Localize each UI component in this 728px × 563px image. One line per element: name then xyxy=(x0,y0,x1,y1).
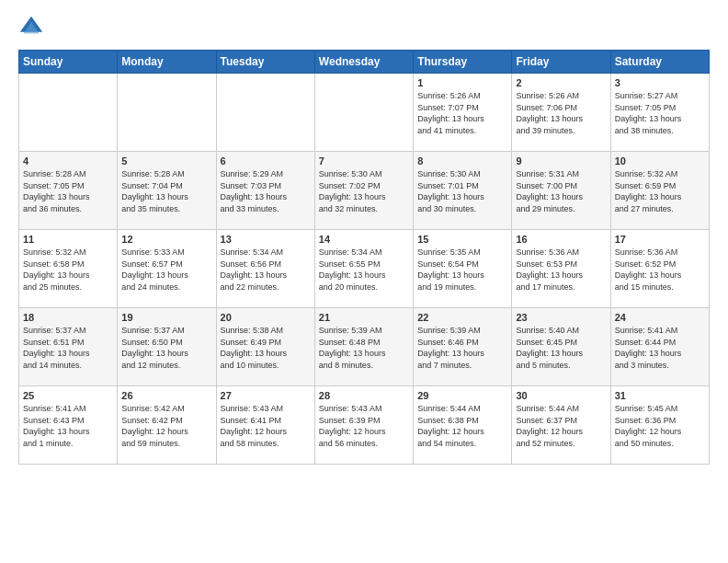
calendar-cell: 14Sunrise: 5:34 AM Sunset: 6:55 PM Dayli… xyxy=(314,230,413,308)
day-number: 9 xyxy=(516,155,606,167)
day-info: Sunrise: 5:28 AM Sunset: 7:04 PM Dayligh… xyxy=(121,168,211,214)
day-info: Sunrise: 5:35 AM Sunset: 6:54 PM Dayligh… xyxy=(417,247,507,293)
day-info: Sunrise: 5:36 AM Sunset: 6:52 PM Dayligh… xyxy=(615,247,705,293)
weekday-header-friday: Friday xyxy=(512,51,610,74)
calendar-cell: 27Sunrise: 5:43 AM Sunset: 6:41 PM Dayli… xyxy=(216,386,314,465)
weekday-header-thursday: Thursday xyxy=(414,51,512,74)
calendar-cell: 1Sunrise: 5:26 AM Sunset: 7:07 PM Daylig… xyxy=(414,74,512,152)
calendar-cell: 2Sunrise: 5:26 AM Sunset: 7:06 PM Daylig… xyxy=(512,74,610,152)
calendar-cell: 4Sunrise: 5:28 AM Sunset: 7:05 PM Daylig… xyxy=(19,152,118,230)
calendar-cell: 16Sunrise: 5:36 AM Sunset: 6:53 PM Dayli… xyxy=(512,230,610,308)
calendar-cell: 8Sunrise: 5:30 AM Sunset: 7:01 PM Daylig… xyxy=(414,152,512,230)
day-info: Sunrise: 5:34 AM Sunset: 6:56 PM Dayligh… xyxy=(221,247,311,293)
day-number: 15 xyxy=(417,234,507,245)
week-row-4: 25Sunrise: 5:41 AM Sunset: 6:43 PM Dayli… xyxy=(19,386,710,465)
day-info: Sunrise: 5:43 AM Sunset: 6:41 PM Dayligh… xyxy=(221,403,311,449)
day-number: 3 xyxy=(615,77,705,88)
day-info: Sunrise: 5:32 AM Sunset: 6:59 PM Dayligh… xyxy=(615,168,705,214)
day-number: 11 xyxy=(23,234,113,245)
day-number: 30 xyxy=(516,390,606,401)
day-number: 27 xyxy=(221,390,311,401)
logo xyxy=(18,15,48,40)
calendar-cell: 26Sunrise: 5:42 AM Sunset: 6:42 PM Dayli… xyxy=(118,386,216,465)
calendar-cell: 20Sunrise: 5:38 AM Sunset: 6:49 PM Dayli… xyxy=(216,308,314,386)
day-info: Sunrise: 5:40 AM Sunset: 6:45 PM Dayligh… xyxy=(516,325,606,371)
calendar-cell: 7Sunrise: 5:30 AM Sunset: 7:02 PM Daylig… xyxy=(314,152,413,230)
day-number: 29 xyxy=(417,390,507,401)
calendar-cell: 11Sunrise: 5:32 AM Sunset: 6:58 PM Dayli… xyxy=(19,230,118,308)
day-info: Sunrise: 5:33 AM Sunset: 6:57 PM Dayligh… xyxy=(121,247,211,293)
header xyxy=(18,15,710,40)
day-number: 1 xyxy=(417,77,507,88)
calendar-cell: 3Sunrise: 5:27 AM Sunset: 7:05 PM Daylig… xyxy=(610,74,709,152)
calendar-cell: 23Sunrise: 5:40 AM Sunset: 6:45 PM Dayli… xyxy=(512,308,610,386)
day-number: 25 xyxy=(23,390,113,401)
calendar-cell: 18Sunrise: 5:37 AM Sunset: 6:51 PM Dayli… xyxy=(19,308,118,386)
calendar-cell: 24Sunrise: 5:41 AM Sunset: 6:44 PM Dayli… xyxy=(610,308,709,386)
day-info: Sunrise: 5:26 AM Sunset: 7:07 PM Dayligh… xyxy=(417,90,507,136)
calendar-cell: 21Sunrise: 5:39 AM Sunset: 6:48 PM Dayli… xyxy=(314,308,413,386)
day-info: Sunrise: 5:44 AM Sunset: 6:37 PM Dayligh… xyxy=(516,403,606,449)
calendar-cell xyxy=(216,74,314,152)
day-info: Sunrise: 5:26 AM Sunset: 7:06 PM Dayligh… xyxy=(516,90,606,136)
calendar-cell: 30Sunrise: 5:44 AM Sunset: 6:37 PM Dayli… xyxy=(512,386,610,465)
logo-icon xyxy=(18,15,44,40)
day-info: Sunrise: 5:31 AM Sunset: 7:00 PM Dayligh… xyxy=(516,168,606,214)
day-number: 23 xyxy=(516,312,606,323)
weekday-header-wednesday: Wednesday xyxy=(314,51,413,74)
day-info: Sunrise: 5:37 AM Sunset: 6:51 PM Dayligh… xyxy=(23,325,113,371)
calendar-cell: 12Sunrise: 5:33 AM Sunset: 6:57 PM Dayli… xyxy=(118,230,216,308)
day-info: Sunrise: 5:37 AM Sunset: 6:50 PM Dayligh… xyxy=(121,325,211,371)
day-info: Sunrise: 5:39 AM Sunset: 6:46 PM Dayligh… xyxy=(417,325,507,371)
day-info: Sunrise: 5:45 AM Sunset: 6:36 PM Dayligh… xyxy=(615,403,705,449)
week-row-2: 11Sunrise: 5:32 AM Sunset: 6:58 PM Dayli… xyxy=(19,230,710,308)
day-info: Sunrise: 5:41 AM Sunset: 6:43 PM Dayligh… xyxy=(23,403,113,449)
calendar-cell: 9Sunrise: 5:31 AM Sunset: 7:00 PM Daylig… xyxy=(512,152,610,230)
day-info: Sunrise: 5:39 AM Sunset: 6:48 PM Dayligh… xyxy=(319,325,409,371)
weekday-header-monday: Monday xyxy=(118,51,216,74)
day-number: 18 xyxy=(23,312,113,323)
day-info: Sunrise: 5:29 AM Sunset: 7:03 PM Dayligh… xyxy=(221,168,311,214)
day-number: 16 xyxy=(516,234,606,245)
day-number: 24 xyxy=(615,312,705,323)
day-info: Sunrise: 5:34 AM Sunset: 6:55 PM Dayligh… xyxy=(319,247,409,293)
calendar-cell: 10Sunrise: 5:32 AM Sunset: 6:59 PM Dayli… xyxy=(610,152,709,230)
calendar-cell: 28Sunrise: 5:43 AM Sunset: 6:39 PM Dayli… xyxy=(314,386,413,465)
calendar-cell: 29Sunrise: 5:44 AM Sunset: 6:38 PM Dayli… xyxy=(414,386,512,465)
day-number: 22 xyxy=(417,312,507,323)
weekday-header-row: SundayMondayTuesdayWednesdayThursdayFrid… xyxy=(19,51,710,74)
day-number: 31 xyxy=(615,390,705,401)
day-number: 10 xyxy=(615,155,705,167)
calendar-cell: 19Sunrise: 5:37 AM Sunset: 6:50 PM Dayli… xyxy=(118,308,216,386)
calendar-cell: 31Sunrise: 5:45 AM Sunset: 6:36 PM Dayli… xyxy=(610,386,709,465)
calendar-cell xyxy=(19,74,118,152)
calendar-cell: 5Sunrise: 5:28 AM Sunset: 7:04 PM Daylig… xyxy=(118,152,216,230)
day-number: 5 xyxy=(121,155,211,167)
day-info: Sunrise: 5:32 AM Sunset: 6:58 PM Dayligh… xyxy=(23,247,113,293)
calendar-cell: 15Sunrise: 5:35 AM Sunset: 6:54 PM Dayli… xyxy=(414,230,512,308)
calendar-cell: 22Sunrise: 5:39 AM Sunset: 6:46 PM Dayli… xyxy=(414,308,512,386)
weekday-header-sunday: Sunday xyxy=(19,51,118,74)
calendar-cell: 13Sunrise: 5:34 AM Sunset: 6:56 PM Dayli… xyxy=(216,230,314,308)
day-info: Sunrise: 5:36 AM Sunset: 6:53 PM Dayligh… xyxy=(516,247,606,293)
day-info: Sunrise: 5:28 AM Sunset: 7:05 PM Dayligh… xyxy=(23,168,113,214)
day-info: Sunrise: 5:30 AM Sunset: 7:01 PM Dayligh… xyxy=(417,168,507,214)
day-info: Sunrise: 5:38 AM Sunset: 6:49 PM Dayligh… xyxy=(221,325,311,371)
calendar-cell: 17Sunrise: 5:36 AM Sunset: 6:52 PM Dayli… xyxy=(610,230,709,308)
day-number: 4 xyxy=(23,155,113,167)
day-info: Sunrise: 5:41 AM Sunset: 6:44 PM Dayligh… xyxy=(615,325,705,371)
day-number: 28 xyxy=(319,390,409,401)
day-info: Sunrise: 5:43 AM Sunset: 6:39 PM Dayligh… xyxy=(319,403,409,449)
calendar-cell: 6Sunrise: 5:29 AM Sunset: 7:03 PM Daylig… xyxy=(216,152,314,230)
day-info: Sunrise: 5:27 AM Sunset: 7:05 PM Dayligh… xyxy=(615,90,705,136)
calendar-cell xyxy=(118,74,216,152)
calendar-cell: 25Sunrise: 5:41 AM Sunset: 6:43 PM Dayli… xyxy=(19,386,118,465)
day-info: Sunrise: 5:44 AM Sunset: 6:38 PM Dayligh… xyxy=(417,403,507,449)
weekday-header-saturday: Saturday xyxy=(610,51,709,74)
calendar-cell xyxy=(314,74,413,152)
day-number: 7 xyxy=(319,155,409,167)
day-info: Sunrise: 5:30 AM Sunset: 7:02 PM Dayligh… xyxy=(319,168,409,214)
day-number: 12 xyxy=(121,234,211,245)
week-row-3: 18Sunrise: 5:37 AM Sunset: 6:51 PM Dayli… xyxy=(19,308,710,386)
page: SundayMondayTuesdayWednesdayThursdayFrid… xyxy=(0,0,728,563)
